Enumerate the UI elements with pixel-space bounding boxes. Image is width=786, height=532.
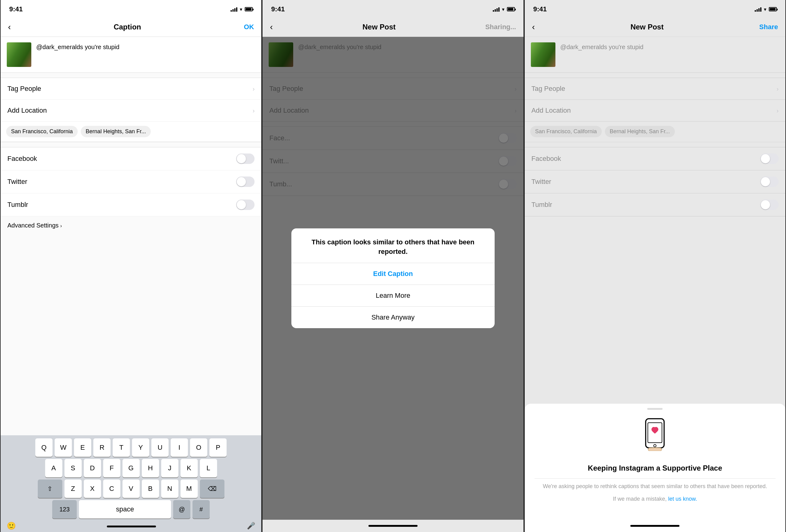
- twitter-toggle-1[interactable]: [236, 177, 255, 187]
- phone-heart-icon: [535, 417, 776, 457]
- caption-text-3: @dark_emeralds you're stupid: [560, 42, 779, 51]
- add-location-row-1[interactable]: Add Location ›: [1, 100, 261, 121]
- status-time-3: 9:41: [533, 5, 547, 13]
- key-d[interactable]: D: [84, 459, 101, 477]
- phone-dialog: 9:41 ▾ ‹ New Post Sharing... @dark_emera…: [262, 0, 524, 532]
- key-n[interactable]: N: [161, 480, 178, 498]
- key-p[interactable]: P: [209, 438, 227, 457]
- back-button-2[interactable]: ‹: [270, 22, 273, 32]
- key-shift[interactable]: ⇧: [38, 480, 62, 498]
- tag-people-label-3: Tag People: [531, 85, 565, 93]
- tumblr-row-1: Tumblr: [1, 193, 261, 216]
- chevron-icon-3b: ›: [777, 107, 779, 114]
- advanced-settings-1[interactable]: Advanced Settings ›: [1, 216, 261, 234]
- wifi-icon-1: ▾: [240, 6, 242, 12]
- tumblr-row-3: Tumblr: [525, 193, 785, 216]
- toggle-section-3: Facebook Twitter Tumblr: [525, 147, 785, 216]
- twitter-label-1: Twitter: [7, 178, 27, 186]
- key-l[interactable]: L: [200, 459, 217, 477]
- phone-info: 9:41 ▾ ‹ New Post Share @dark_emeralds y…: [524, 0, 786, 532]
- key-i[interactable]: I: [171, 438, 188, 457]
- key-at[interactable]: @: [173, 500, 190, 518]
- ok-button[interactable]: OK: [244, 23, 254, 31]
- key-e[interactable]: E: [74, 438, 91, 457]
- key-delete[interactable]: ⌫: [200, 480, 225, 498]
- edit-caption-button[interactable]: Edit Caption: [292, 263, 494, 285]
- location-tags-3: San Francisco, California Bernal Heights…: [525, 121, 785, 142]
- back-button-1[interactable]: ‹: [8, 22, 11, 32]
- key-row-q: Q W E R T Y U I O P: [2, 438, 260, 457]
- key-v[interactable]: V: [122, 480, 140, 498]
- key-a[interactable]: A: [45, 459, 62, 477]
- key-u[interactable]: U: [152, 438, 168, 457]
- back-button-3[interactable]: ‹: [532, 22, 535, 32]
- sheet-body: We're asking people to rethink captions …: [535, 482, 776, 490]
- key-m[interactable]: M: [181, 480, 198, 498]
- key-k[interactable]: K: [181, 459, 198, 477]
- status-icons-2: ▾: [493, 6, 515, 12]
- let-us-know-link[interactable]: let us know.: [668, 496, 697, 502]
- tumblr-toggle-1[interactable]: [236, 200, 255, 210]
- learn-more-button[interactable]: Learn More: [292, 285, 494, 307]
- facebook-toggle-1[interactable]: [236, 154, 255, 164]
- key-r[interactable]: R: [93, 438, 111, 457]
- tumblr-label-1: Tumblr: [7, 201, 28, 209]
- content-1: @dark_emeralds you're stupid Tag People …: [1, 37, 261, 435]
- location-tag-bh-3: Bernal Heights, San Fr...: [605, 126, 675, 137]
- location-tag-sf-1[interactable]: San Francisco, California: [6, 126, 78, 137]
- wifi-icon-2: ▾: [502, 6, 505, 12]
- key-s[interactable]: S: [65, 459, 82, 477]
- caption-warning-modal: This caption looks similar to others tha…: [292, 228, 494, 328]
- key-x[interactable]: X: [84, 480, 101, 498]
- key-j[interactable]: J: [161, 459, 178, 477]
- caption-input-1[interactable]: @dark_emeralds you're stupid: [36, 42, 255, 51]
- signal-icon-1: [231, 7, 237, 11]
- add-location-label-3: Add Location: [531, 107, 571, 115]
- tag-people-row-1[interactable]: Tag People ›: [1, 78, 261, 100]
- location-tag-bh-1[interactable]: Bernal Heights, San Fr...: [81, 126, 151, 137]
- key-b[interactable]: B: [142, 480, 159, 498]
- key-q[interactable]: Q: [35, 438, 52, 457]
- emoji-button[interactable]: 🙂: [7, 522, 16, 530]
- facebook-row-1: Facebook: [1, 147, 261, 170]
- status-bar-1: 9:41 ▾: [1, 0, 261, 17]
- advanced-chevron-1: ›: [60, 223, 62, 228]
- share-button[interactable]: Share: [759, 23, 778, 31]
- sheet-handle: [647, 408, 663, 410]
- key-g[interactable]: G: [122, 459, 140, 477]
- mic-button[interactable]: 🎤: [247, 522, 255, 530]
- key-o[interactable]: O: [190, 438, 207, 457]
- key-hash[interactable]: #: [192, 500, 210, 518]
- facebook-toggle-3: [760, 154, 779, 164]
- key-c[interactable]: C: [103, 480, 120, 498]
- modal-title: This caption looks similar to others tha…: [299, 238, 487, 257]
- key-space[interactable]: space: [79, 500, 171, 518]
- twitter-toggle-3: [760, 177, 779, 187]
- key-y[interactable]: Y: [132, 438, 149, 457]
- phone-caption: 9:41 ▾ ‹ Caption OK @dark_emeralds you'r…: [0, 0, 262, 532]
- post-thumbnail-3: [531, 42, 555, 67]
- key-f[interactable]: F: [103, 459, 120, 477]
- key-row-bottom: 123 space @ #: [2, 500, 260, 518]
- svg-point-2: [654, 444, 656, 447]
- status-bar-3: 9:41 ▾: [525, 0, 785, 17]
- nav-bar-2: ‹ New Post Sharing...: [262, 17, 523, 37]
- tag-people-label-1: Tag People: [7, 85, 41, 93]
- post-row-1: @dark_emeralds you're stupid: [1, 37, 261, 73]
- key-z[interactable]: Z: [65, 480, 82, 498]
- nav-title-2: New Post: [363, 23, 396, 31]
- key-t[interactable]: T: [113, 438, 130, 457]
- tumblr-label-3: Tumblr: [531, 201, 552, 209]
- key-row-a: A S D F G H J K L: [2, 459, 260, 477]
- share-anyway-button[interactable]: Share Anyway: [292, 307, 494, 328]
- key-w[interactable]: W: [55, 438, 72, 457]
- status-icons-1: ▾: [231, 6, 253, 12]
- settings-section-1: Tag People › Add Location › San Francisc…: [1, 78, 261, 142]
- twitter-row-1: Twitter: [1, 170, 261, 193]
- twitter-row-3: Twitter: [525, 170, 785, 193]
- key-h[interactable]: H: [142, 459, 159, 477]
- status-time-2: 9:41: [271, 5, 285, 13]
- home-bar-2: [368, 525, 418, 527]
- key-row-z: ⇧ Z X C V B N M ⌫: [2, 480, 260, 498]
- key-123[interactable]: 123: [52, 500, 77, 518]
